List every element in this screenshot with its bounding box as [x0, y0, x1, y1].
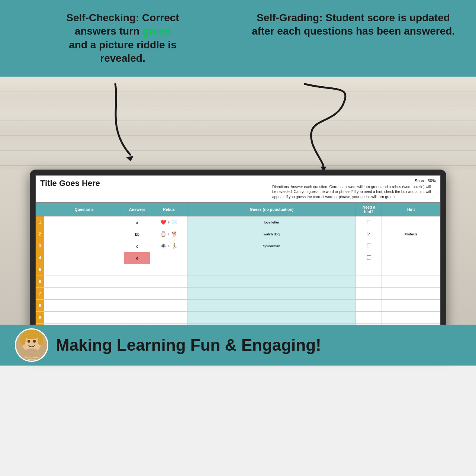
puzzle-cell — [150, 264, 187, 276]
answer-cell: bb — [124, 228, 150, 240]
spreadsheet-header: Title Goes Here Score: 30% Directions: A… — [36, 176, 440, 203]
guess-cell[interactable]: Spiderman — [187, 240, 356, 252]
banner-left-line3: and a picture riddle is — [69, 39, 176, 51]
sheet-tbody: 1a❤️ + ✉️love letter☐2bb⌚ + 🐕watch dog☑P… — [36, 216, 440, 335]
table-row: 5 — [36, 264, 440, 276]
banner-left-line4: revealed. — [100, 52, 145, 64]
hint-checkbox-cell[interactable] — [356, 276, 382, 288]
guess-cell[interactable] — [187, 252, 356, 264]
hint-text-cell — [382, 216, 440, 228]
row-number: 7 — [36, 288, 44, 300]
guess-cell[interactable] — [187, 264, 356, 276]
table-row: 3c🕷️ + 🏃Spiderman☐ — [36, 240, 440, 252]
puzzle-cell — [150, 276, 187, 288]
table-wrap: Questions Answers Rebus Guess (no punctu… — [36, 202, 440, 335]
answer-cell: e — [124, 252, 150, 264]
answer-cell — [124, 276, 150, 288]
puzzle-cell — [150, 252, 187, 264]
puzzle-cell — [150, 300, 187, 312]
hint-text-cell — [382, 276, 440, 288]
question-cell — [44, 240, 124, 252]
sheet-title: Title Goes Here — [40, 178, 100, 188]
col-hint-header: Hint — [382, 203, 440, 216]
hint-checkbox-cell[interactable]: ☐ — [356, 240, 382, 252]
puzzle-cell — [150, 312, 187, 324]
question-cell — [44, 276, 124, 288]
puzzle-cell: ❤️ + ✉️ — [150, 216, 187, 228]
svg-text:DIGITALLY YOURS: DIGITALLY YOURS — [24, 357, 39, 358]
col-questions-header: Questions — [44, 203, 124, 216]
col-num-header — [36, 203, 44, 216]
table-row: 4e☐ — [36, 252, 440, 264]
score-display: Score: 30% — [272, 178, 436, 183]
banner-right-text: Self-Grading: Student score is updated a… — [245, 11, 461, 65]
hint-checkbox-cell[interactable] — [356, 300, 382, 312]
row-number: 5 — [36, 264, 44, 276]
hint-text-cell — [382, 240, 440, 252]
puzzle-cell — [150, 288, 187, 300]
hint-checkbox-cell[interactable]: ☑ — [356, 228, 382, 240]
table-row: 1a❤️ + ✉️love letter☐ — [36, 216, 440, 228]
table-header-row: Questions Answers Rebus Guess (no punctu… — [36, 203, 440, 216]
row-number: 2 — [36, 228, 44, 240]
lower-section: Title Goes Here Score: 30% Directions: A… — [0, 170, 476, 366]
question-cell — [44, 300, 124, 312]
table-row: 6 — [36, 276, 440, 288]
question-cell — [44, 288, 124, 300]
guess-cell[interactable] — [187, 300, 356, 312]
banner-green-word: green — [142, 25, 171, 37]
puzzle-cell: ⌚ + 🐕 — [150, 228, 187, 240]
middle-section — [0, 77, 476, 170]
table-row: 7 — [36, 288, 440, 300]
row-number: 9 — [36, 312, 44, 324]
hint-text-cell — [382, 312, 440, 324]
question-cell — [44, 216, 124, 228]
question-cell — [44, 312, 124, 324]
hint-checkbox-cell[interactable]: ☐ — [356, 216, 382, 228]
answer-cell — [124, 300, 150, 312]
laptop-screen: Title Goes Here Score: 30% Directions: A… — [35, 175, 441, 341]
col-guess-header: Guess (no punctuation) — [187, 203, 356, 216]
banner-left-line1: Self-Checking: Correct — [66, 12, 179, 23]
guess-cell[interactable]: love letter — [187, 216, 356, 228]
hint-checkbox-cell[interactable] — [356, 288, 382, 300]
bottom-bar: DIGITALLY YOURS Stephanie Making Learnin… — [0, 325, 476, 366]
svg-point-4 — [28, 340, 30, 342]
question-cell — [44, 264, 124, 276]
table-row: 9 — [36, 312, 440, 324]
svg-point-5 — [33, 340, 36, 342]
row-number: 8 — [36, 300, 44, 312]
guess-cell[interactable] — [187, 276, 356, 288]
guess-cell[interactable] — [187, 288, 356, 300]
col-hint-q-header: Need a hint? — [356, 203, 382, 216]
row-number: 3 — [36, 240, 44, 252]
question-cell — [44, 252, 124, 264]
avatar-image: DIGITALLY YOURS Stephanie — [16, 328, 47, 362]
hint-text-cell — [382, 288, 440, 300]
hint-text-cell: Protects — [382, 228, 440, 240]
hint-text-cell — [382, 252, 440, 264]
avatar: DIGITALLY YOURS Stephanie — [15, 328, 48, 362]
row-number: 1 — [36, 216, 44, 228]
question-cell — [44, 228, 124, 240]
puzzle-cell: 🕷️ + 🏃 — [150, 240, 187, 252]
score-label: Score: — [415, 178, 427, 183]
guess-cell[interactable]: watch dog — [187, 228, 356, 240]
banner-left-text: Self-Checking: Correct answers turn gree… — [15, 11, 231, 65]
hint-checkbox-cell[interactable] — [356, 312, 382, 324]
spreadsheet: Title Goes Here Score: 30% Directions: A… — [36, 176, 440, 341]
hint-text-cell — [382, 264, 440, 276]
col-answers-header: Answers — [124, 203, 150, 216]
guess-cell[interactable] — [187, 312, 356, 324]
bottom-bar-text: Making Learning Fun & Engaging! — [56, 336, 321, 354]
table-row: 8 — [36, 300, 440, 312]
svg-marker-0 — [126, 156, 134, 162]
row-number: 6 — [36, 276, 44, 288]
answer-cell — [124, 288, 150, 300]
svg-marker-1 — [321, 167, 327, 170]
answer-cell — [124, 264, 150, 276]
arrows-svg — [0, 77, 476, 170]
hint-checkbox-cell[interactable] — [356, 264, 382, 276]
hint-checkbox-cell[interactable]: ☐ — [356, 252, 382, 264]
directions-text: Directions: Answer each question. Correc… — [272, 184, 436, 200]
